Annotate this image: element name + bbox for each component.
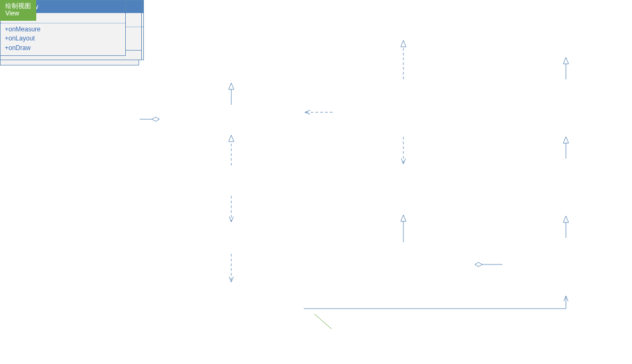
note-drawview: 绘制视图 View — [0, 0, 36, 21]
class-ops: +onMeasure +onLayout +onDraw — [1, 23, 125, 55]
svg-line-13 — [314, 314, 331, 329]
